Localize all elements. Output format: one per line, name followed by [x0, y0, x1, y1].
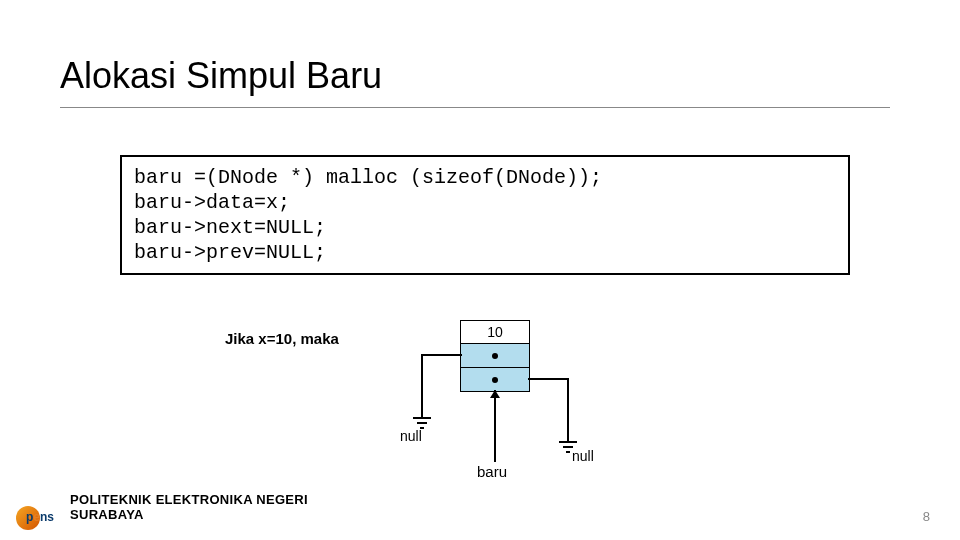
code-block: baru =(DNode *) malloc (sizeof(DNode)); …: [120, 155, 850, 275]
node-prev-cell: [460, 344, 530, 368]
logo-text: pens: [26, 510, 54, 524]
baru-label: baru: [477, 463, 507, 480]
dot-icon: [492, 377, 498, 383]
prev-null-arrow: [421, 354, 462, 429]
node-data-cell: 10: [460, 320, 530, 344]
example-caption: Jika x=10, maka: [225, 330, 339, 347]
node-diagram: 10 null null baru: [400, 320, 600, 480]
footer-institution: POLITEKNIK ELEKTRONIKA NEGERI SURABAYA: [70, 492, 370, 522]
slide-title: Alokasi Simpul Baru: [60, 55, 890, 108]
null-label-left: null: [400, 428, 422, 444]
baru-pointer-arrow: [494, 390, 496, 462]
page-number: 8: [923, 509, 930, 524]
dnode-box: 10: [460, 320, 530, 392]
null-label-right: null: [572, 448, 594, 464]
pens-logo: pens: [16, 506, 64, 534]
next-null-arrow: [528, 378, 569, 453]
node-next-cell: [460, 368, 530, 392]
dot-icon: [492, 353, 498, 359]
